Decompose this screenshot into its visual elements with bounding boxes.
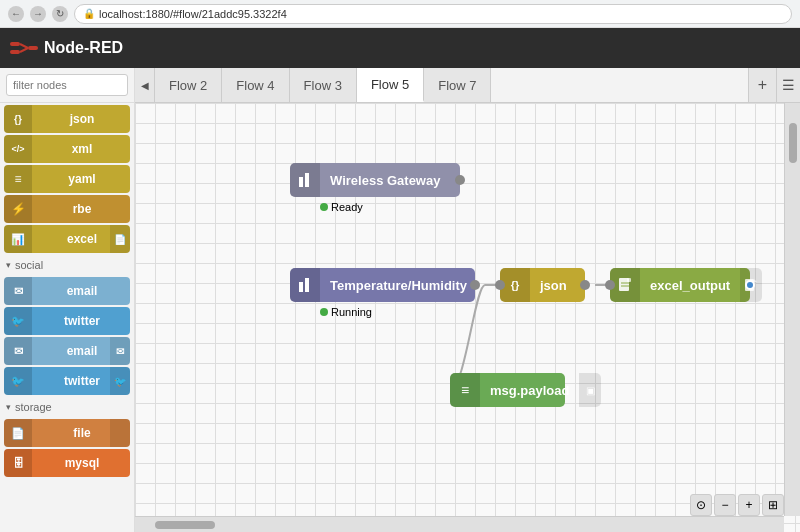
section-social-label: social — [15, 259, 43, 271]
svg-rect-1 — [10, 50, 20, 54]
main-layout: {} json </> xml ≡ yaml ⚡ rbe 📊 excel 📄 — [0, 68, 800, 532]
node-excel[interactable]: 📊 excel 📄 — [4, 225, 130, 253]
section-storage-label: storage — [15, 401, 52, 413]
node-twitter1-icon: 🐦 — [4, 307, 32, 335]
excel-output-left-port[interactable] — [605, 280, 615, 290]
node-yaml-icon: ≡ — [4, 165, 32, 193]
msg-payload-right-icon: ▣ — [579, 373, 601, 407]
section-storage[interactable]: ▾ storage — [0, 397, 134, 417]
node-msg-payload[interactable]: ≡ msg.payload ▣ — [450, 373, 565, 407]
node-file-right-icon — [110, 419, 130, 447]
tab-flow2[interactable]: Flow 2 — [155, 68, 222, 102]
wireless-gateway-status-dot — [320, 203, 328, 211]
node-excel-label: excel — [67, 232, 97, 246]
node-json-icon: {} — [4, 105, 32, 133]
back-button[interactable]: ← — [8, 6, 24, 22]
node-twitter-2[interactable]: 🐦 twitter 🐦 — [4, 367, 130, 395]
tab-flow4[interactable]: Flow 4 — [222, 68, 289, 102]
svg-line-3 — [20, 48, 28, 52]
social-arrow: ▾ — [6, 260, 11, 270]
node-xml[interactable]: </> xml — [4, 135, 130, 163]
tab-flow7[interactable]: Flow 7 — [424, 68, 491, 102]
node-wireless-gateway[interactable]: Wireless Gateway Ready — [290, 163, 460, 197]
canvas: Wireless Gateway Ready Temperature/Humid… — [135, 103, 800, 532]
node-json-label: json — [70, 112, 95, 126]
svg-marker-15 — [754, 279, 757, 282]
temp-humidity-right-port[interactable] — [470, 280, 480, 290]
node-twitter2-icon: 🐦 — [4, 367, 32, 395]
tab-add-button[interactable]: + — [748, 68, 776, 102]
tab-bar-wrapper: ◀ Flow 2 Flow 4 Flow 3 Flow 5 Flow 7 + — [135, 68, 800, 103]
node-email2-right-icon: ✉ — [110, 337, 130, 365]
json-canvas-label: json — [530, 278, 585, 293]
node-twitter2-right-icon: 🐦 — [110, 367, 130, 395]
fit-button[interactable]: ⊞ — [762, 494, 784, 516]
node-xml-icon: </> — [4, 135, 32, 163]
svg-line-2 — [20, 44, 28, 48]
node-yaml[interactable]: ≡ yaml — [4, 165, 130, 193]
node-rbe-label: rbe — [73, 202, 92, 216]
temp-humidity-status-dot — [320, 308, 328, 316]
zoom-in-button[interactable]: + — [738, 494, 760, 516]
json-left-port[interactable] — [495, 280, 505, 290]
storage-arrow: ▾ — [6, 402, 11, 412]
node-file[interactable]: 📄 file — [4, 419, 130, 447]
node-excel-output[interactable]: excel_output — [610, 268, 750, 302]
node-email-1[interactable]: ✉ email — [4, 277, 130, 305]
node-json[interactable]: {} json — [4, 105, 130, 133]
node-twitter2-label: twitter — [64, 374, 100, 388]
node-yaml-label: yaml — [68, 172, 95, 186]
node-mysql[interactable]: 🗄 mysql — [4, 449, 130, 477]
svg-rect-9 — [305, 278, 309, 292]
temp-humidity-label: Temperature/Humidity — [320, 278, 477, 293]
wireless-gateway-right-port[interactable] — [455, 175, 465, 185]
app-header: Node-RED — [0, 28, 800, 68]
node-file-label: file — [73, 426, 90, 440]
node-rbe[interactable]: ⚡ rbe — [4, 195, 130, 223]
canvas-scrollbar-h-thumb[interactable] — [155, 521, 215, 529]
svg-rect-11 — [627, 278, 631, 282]
node-excel-icon: 📊 — [4, 225, 32, 253]
tab-flow5[interactable]: Flow 5 — [357, 68, 424, 102]
logo-icon — [10, 39, 38, 57]
connector-svg — [135, 103, 800, 532]
msg-payload-label: msg.payload — [480, 383, 579, 398]
reload-button[interactable]: ↻ — [52, 6, 68, 22]
url-text: localhost:1880/#flow/21addc95.3322f4 — [99, 8, 287, 20]
node-twitter-1[interactable]: 🐦 twitter — [4, 307, 130, 335]
node-email-2[interactable]: ✉ email ✉ — [4, 337, 130, 365]
node-email2-icon: ✉ — [4, 337, 32, 365]
sidebar-search — [0, 68, 134, 103]
node-json-canvas[interactable]: {} json — [500, 268, 585, 302]
temp-humidity-status: Running — [320, 306, 372, 318]
browser-bar: ← → ↻ 🔒 localhost:1880/#flow/21addc95.33… — [0, 0, 800, 28]
tab-scroll-left[interactable]: ◀ — [135, 68, 155, 102]
svg-rect-6 — [299, 177, 303, 187]
forward-button[interactable]: → — [30, 6, 46, 22]
excel-output-label: excel_output — [640, 278, 740, 293]
lock-icon: 🔒 — [83, 8, 95, 19]
json-right-port[interactable] — [580, 280, 590, 290]
canvas-bottom-toolbar: ⊙ − + ⊞ — [690, 494, 784, 516]
canvas-scrollbar-v-thumb[interactable] — [789, 123, 797, 163]
wireless-gateway-label: Wireless Gateway — [320, 173, 460, 188]
zoom-out-button[interactable]: − — [714, 494, 736, 516]
zoom-reset-button[interactable]: ⊙ — [690, 494, 712, 516]
section-social[interactable]: ▾ social — [0, 255, 134, 275]
node-mysql-label: mysql — [65, 456, 100, 470]
excel-output-right-port[interactable] — [745, 280, 755, 290]
search-input[interactable] — [6, 74, 128, 96]
node-email1-label: email — [67, 284, 98, 298]
url-bar[interactable]: 🔒 localhost:1880/#flow/21addc95.3322f4 — [74, 4, 792, 24]
tab-bar: Flow 2 Flow 4 Flow 3 Flow 5 Flow 7 — [155, 68, 748, 102]
node-rbe-icon: ⚡ — [4, 195, 32, 223]
right-panel: ◀ Flow 2 Flow 4 Flow 3 Flow 5 Flow 7 + — [135, 68, 800, 532]
canvas-scrollbar-h[interactable] — [135, 516, 784, 532]
tab-flow3[interactable]: Flow 3 — [290, 68, 357, 102]
node-temp-humidity[interactable]: Temperature/Humidity Running — [290, 268, 475, 302]
canvas-scrollbar-v[interactable] — [784, 103, 800, 516]
tab-menu-button[interactable]: ☰ — [776, 68, 800, 102]
node-mysql-icon: 🗄 — [4, 449, 32, 477]
node-email2-label: email — [67, 344, 98, 358]
temp-humidity-icon — [290, 268, 320, 302]
